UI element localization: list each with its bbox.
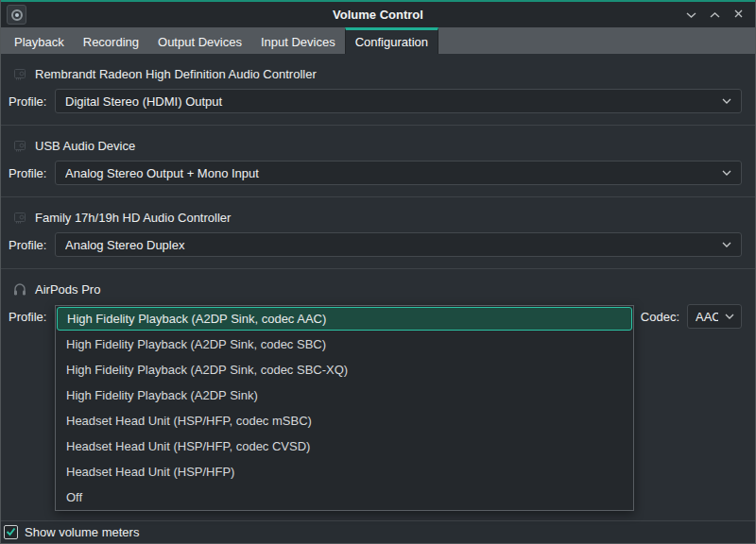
configuration-panel: Rembrandt Radeon High Definition Audio C… [1, 54, 755, 521]
profile-label: Profile: [9, 166, 55, 180]
dropdown-item[interactable]: Headset Head Unit (HSP/HFP, codec CVSD) [56, 434, 633, 459]
window-controls [683, 8, 755, 23]
chevron-down-icon [721, 169, 732, 177]
device-name: AirPods Pro [35, 282, 100, 297]
window-accent-line [1, 0, 755, 2]
dropdown-item[interactable]: High Fidelity Playback (A2DP Sink, codec… [56, 332, 633, 357]
dropdown-item[interactable]: High Fidelity Playback (A2DP Sink, codec… [57, 307, 632, 331]
chevron-down-icon [685, 8, 697, 22]
sound-card-icon [12, 210, 27, 225]
profile-dropdown-list: High Fidelity Playback (A2DP Sink, codec… [55, 305, 634, 511]
tab-input-devices[interactable]: Input Devices [251, 27, 345, 54]
sound-card-icon [12, 138, 27, 153]
checkbox-label[interactable]: Show volume meters [25, 525, 139, 539]
profile-combobox[interactable]: Analog Stereo Output + Mono Input [55, 161, 742, 185]
profile-value: Analog Stereo Duplex [65, 238, 715, 252]
window-title: Volume Control [1, 8, 755, 22]
chevron-down-icon [721, 241, 732, 248]
checkmark-icon [6, 525, 16, 539]
profile-label: Profile: [9, 238, 55, 252]
tab-configuration[interactable]: Configuration [345, 27, 438, 54]
close-icon [733, 8, 744, 22]
profile-label: Profile: [9, 94, 55, 109]
profile-combobox[interactable]: Analog Stereo Duplex [55, 232, 742, 257]
profile-value: Analog Stereo Output + Mono Input [65, 166, 715, 180]
dropdown-item[interactable]: High Fidelity Playback (A2DP Sink, codec… [56, 357, 633, 382]
device-section: Family 17h/19h HD Audio Controller Profi… [1, 197, 755, 269]
codec-value: AAC [696, 310, 718, 324]
device-name: USB Audio Device [35, 139, 135, 153]
titlebar[interactable]: Volume Control [1, 2, 755, 27]
device-section: Rembrandt Radeon High Definition Audio C… [1, 54, 755, 126]
codec-label: Codec: [641, 310, 679, 324]
tab-bar: Playback Recording Output Devices Input … [1, 27, 755, 54]
dropdown-item[interactable]: Headset Head Unit (HSP/HFP, codec mSBC) [56, 408, 633, 434]
maximize-button[interactable] [707, 8, 722, 23]
volume-control-window: Volume Control Playback Recording Outpu [0, 0, 756, 544]
profile-label: Profile: [9, 310, 55, 324]
device-name: Rembrandt Radeon High Definition Audio C… [35, 67, 317, 81]
tab-playback[interactable]: Playback [5, 27, 74, 54]
tab-recording[interactable]: Recording [74, 27, 148, 54]
show-volume-meters-checkbox[interactable] [4, 525, 18, 539]
minimize-button[interactable] [683, 8, 698, 23]
profile-value: Digital Stereo (HDMI) Output [65, 94, 715, 109]
speaker-icon [7, 5, 26, 25]
chevron-down-icon [721, 97, 732, 105]
chevron-down-icon [724, 313, 735, 320]
sound-card-icon [12, 66, 27, 81]
headphones-icon [12, 281, 27, 297]
chevron-up-icon [709, 8, 721, 22]
dropdown-item[interactable]: High Fidelity Playback (A2DP Sink) [56, 382, 633, 408]
close-button[interactable] [730, 8, 746, 23]
dropdown-item[interactable]: Headset Head Unit (HSP/HFP) [56, 459, 633, 484]
status-bar: Show volume meters [1, 520, 755, 543]
device-name: Family 17h/19h HD Audio Controller [35, 211, 231, 225]
dropdown-item[interactable]: Off [56, 484, 633, 510]
codec-combobox[interactable]: AAC [687, 304, 742, 329]
tab-output-devices[interactable]: Output Devices [148, 27, 251, 54]
profile-combobox[interactable]: Digital Stereo (HDMI) Output [55, 89, 742, 113]
device-section: USB Audio Device Profile: Analog Stereo … [1, 126, 755, 197]
